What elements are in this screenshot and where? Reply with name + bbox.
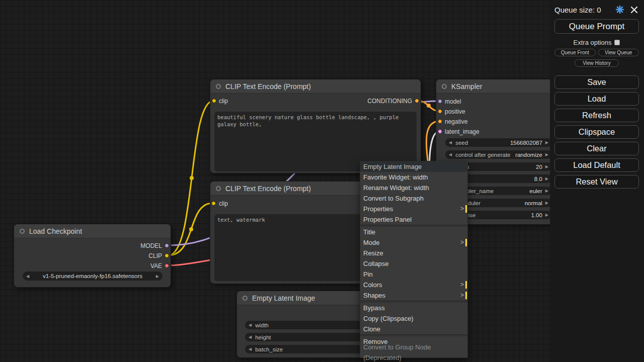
model-output-port[interactable]: [165, 243, 169, 248]
node-title: Empty Latent Image: [252, 294, 315, 302]
menu-item-convert-to-group-node[interactable]: Convert to Group Node (Deprecated): [360, 347, 467, 357]
context-menu: Empty Latent Image Favorite Widget: widt…: [360, 161, 468, 358]
load-button[interactable]: Load: [554, 92, 639, 106]
latent-input-port[interactable]: [438, 129, 442, 134]
menu-item-properties-panel[interactable]: Properties Panel: [360, 214, 467, 225]
increment-arrow-icon[interactable]: ▶: [545, 189, 548, 193]
queue-size-label: Queue size: 0: [554, 6, 601, 14]
link-midpoint-dot: [427, 104, 431, 108]
menu-item-shapes[interactable]: Shapes >: [360, 290, 467, 301]
increment-arrow-icon[interactable]: ▶: [545, 201, 548, 205]
context-menu-title: Empty Latent Image: [360, 161, 467, 172]
menu-item-clone[interactable]: Clone: [360, 324, 467, 334]
output-slot-label: CLIP: [148, 252, 162, 259]
increment-arrow-icon[interactable]: ▶: [545, 140, 548, 145]
menu-item-pin[interactable]: Pin: [360, 269, 467, 280]
clip-input-port[interactable]: [211, 201, 216, 206]
collapse-dot[interactable]: [243, 296, 248, 301]
menu-item-bypass[interactable]: Bypass: [360, 303, 467, 313]
extra-options-label: Extra options: [574, 39, 612, 46]
node-title-bar[interactable]: Load Checkpoint: [14, 224, 171, 238]
node-title-bar[interactable]: CLIP Text Encode (Prompt): [210, 79, 421, 94]
close-menu-icon[interactable]: [629, 5, 639, 15]
decrement-arrow-icon[interactable]: ◀: [449, 140, 452, 145]
node-title: Load Checkpoint: [29, 227, 82, 235]
view-queue-button[interactable]: View Queue: [598, 49, 639, 56]
submenu-arrow-icon: >: [460, 280, 464, 290]
submenu-arrow-icon: >: [460, 290, 464, 301]
load-default-button[interactable]: Load Default: [554, 158, 639, 172]
input-slot-label: clip: [219, 98, 228, 105]
node-clip-text-encode-positive[interactable]: CLIP Text Encode (Prompt) clip CONDITION…: [210, 79, 421, 173]
positive-input-port[interactable]: [438, 109, 442, 114]
input-slot-label: model: [445, 98, 461, 105]
next-option-arrow-icon[interactable]: ▶: [156, 274, 159, 279]
input-slot-label: clip: [219, 200, 228, 207]
submenu-arrow-icon: >: [460, 204, 464, 214]
comfy-menu-panel: Queue size: 0 Queue Prompt Extra: [550, 0, 644, 362]
menu-item-favorite-widget[interactable]: Favorite Widget: width: [360, 172, 467, 183]
comfyui-canvas[interactable]: { "colors": { "clip": "#e5c100", "model"…: [0, 0, 644, 362]
link-midpoint-dot: [190, 176, 194, 180]
collapse-dot[interactable]: [216, 84, 221, 89]
clip-input-port[interactable]: [212, 99, 216, 103]
clipspace-button[interactable]: Clipspace: [554, 125, 639, 139]
collapse-dot[interactable]: [442, 84, 447, 89]
menu-item-title[interactable]: Title: [360, 227, 467, 237]
clear-button[interactable]: Clear: [554, 142, 639, 155]
menu-item-properties[interactable]: Properties >: [360, 204, 467, 214]
extra-options-checkbox[interactable]: [614, 40, 620, 45]
menu-item-convert-to-subgraph[interactable]: Convert to Subgraph: [360, 193, 467, 204]
collapse-dot[interactable]: [20, 229, 25, 234]
menu-item-rename-widget[interactable]: Rename Widget: width: [360, 183, 467, 193]
menu-item-copy-clipspace[interactable]: Copy (Clipspace): [360, 313, 467, 324]
input-slot-label: positive: [445, 108, 465, 115]
negative-input-port[interactable]: [438, 119, 442, 124]
decrement-arrow-icon[interactable]: ◀: [249, 347, 252, 351]
output-slot-label: CONDITIONING: [367, 98, 412, 105]
menu-item-resize[interactable]: Resize: [360, 248, 467, 258]
output-slot-label: MODEL: [140, 242, 162, 249]
vae-output-port[interactable]: [165, 263, 169, 268]
view-history-button[interactable]: View History: [575, 59, 619, 67]
seed-widget[interactable]: ◀ seed 1566802087 ▶: [445, 138, 552, 147]
decrement-arrow-icon[interactable]: ◀: [249, 335, 252, 339]
collapse-dot[interactable]: [216, 186, 221, 191]
submenu-highlight-bar: [465, 205, 467, 213]
decrement-arrow-icon[interactable]: ◀: [249, 323, 252, 327]
submenu-highlight-bar: [465, 281, 467, 289]
decrement-arrow-icon[interactable]: ◀: [449, 152, 452, 157]
control-after-generate-widget[interactable]: ◀ control after generate randomize ▶: [445, 150, 552, 159]
ckpt-name-combo-widget[interactable]: ◀ v1-5-pruned-emaonly-fp16.safetensors ▶: [23, 272, 163, 281]
submenu-highlight-bar: [465, 292, 467, 299]
queue-front-button[interactable]: Queue Front: [554, 49, 596, 56]
node-title: KSampler: [451, 82, 482, 90]
reset-view-button[interactable]: Reset View: [554, 175, 639, 189]
submenu-arrow-icon: >: [460, 237, 464, 248]
node-title: CLIP Text Encode (Prompt): [225, 82, 311, 90]
submenu-highlight-bar: [465, 239, 467, 246]
refresh-button[interactable]: Refresh: [554, 109, 639, 122]
menu-item-mode[interactable]: Mode >: [360, 237, 467, 248]
model-input-port[interactable]: [438, 99, 442, 104]
menu-item-collapse[interactable]: Collapse: [360, 258, 467, 269]
node-title-bar[interactable]: KSampler: [436, 79, 556, 94]
clip-output-port[interactable]: [165, 253, 169, 258]
input-slot-label: negative: [445, 118, 467, 125]
input-slot-label: latent_image: [445, 128, 479, 135]
queue-prompt-button[interactable]: Queue Prompt: [554, 19, 639, 34]
save-button[interactable]: Save: [554, 75, 639, 89]
increment-arrow-icon[interactable]: ▶: [545, 164, 548, 169]
node-title: CLIP Text Encode (Prompt): [225, 185, 311, 193]
increment-arrow-icon[interactable]: ▶: [545, 152, 548, 157]
settings-icon[interactable]: [615, 5, 625, 15]
increment-arrow-icon[interactable]: ▶: [545, 176, 548, 181]
output-slot-label: VAE: [150, 262, 162, 269]
node-load-checkpoint[interactable]: Load Checkpoint MODEL CLIP VAE ◀ v1-5-pr…: [14, 224, 171, 288]
increment-arrow-icon[interactable]: ▶: [545, 213, 548, 217]
menu-item-colors[interactable]: Colors >: [360, 280, 467, 290]
link-midpoint-dot: [189, 227, 193, 231]
conditioning-output-port[interactable]: [415, 99, 419, 103]
